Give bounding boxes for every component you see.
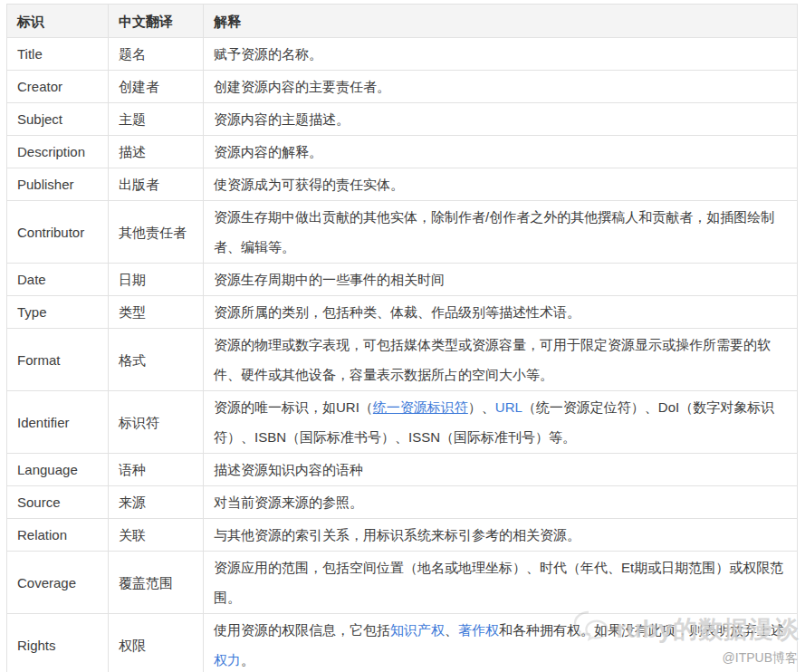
cell-identifier: Type [7,296,109,329]
explanation-text: 与其他资源的索引关系，用标识系统来标引参考的相关资源。 [214,527,580,542]
cell-translation: 日期 [109,264,204,296]
cell-explanation: 资源生存周期中的一些事件的相关时间 [204,264,798,296]
cell-explanation: 资源的物理或数字表现，可包括媒体类型或资源容量，可用于限定资源显示或操作所需要的… [204,329,798,391]
cell-explanation: 资源内容的解释。 [204,136,798,168]
metadata-table-container: 标识 中文翻译 解释 Title题名赋予资源的名称。Creator创建者创建资源… [6,4,798,672]
table-row: Contributor其他责任者资源生存期中做出贡献的其他实体，除制作者/创作者… [7,201,798,264]
explanation-text: 资源的物理或数字表现，可包括媒体类型或资源容量，可用于限定资源显示或操作所需要的… [214,337,771,382]
explanation-text: 、 [445,622,458,638]
table-row: Source来源对当前资源来源的参照。 [7,486,798,519]
cell-translation: 描述 [109,136,204,168]
explanation-text: 资源生存周期中的一些事件的相关时间 [214,272,445,287]
explanation-text: 创建资源内容的主要责任者。 [214,79,390,94]
cell-identifier: Date [7,264,109,296]
explanation-text: 资源所属的类别，包括种类、体裁、作品级别等描述性术语。 [214,304,580,320]
table-row: Date日期资源生存周期中的一些事件的相关时间 [7,264,798,296]
inline-link[interactable]: URL [495,399,522,415]
explanation-text: 资源内容的主题描述。 [214,111,350,127]
cell-identifier: Contributor [7,201,109,264]
header-explanation: 解释 [204,5,798,38]
cell-identifier: Title [7,38,109,71]
cell-explanation: 描述资源知识内容的语种 [204,454,798,486]
cell-identifier: Source [7,486,109,519]
cell-explanation: 资源内容的主题描述。 [204,103,798,136]
cell-translation: 类型 [109,296,204,329]
explanation-text: 。 [241,652,254,667]
cell-translation: 出版者 [109,168,204,201]
cell-translation: 标识符 [109,391,204,454]
cell-translation: 格式 [109,329,204,391]
cell-translation: 覆盖范围 [109,552,204,614]
inline-link[interactable]: 知识产权 [390,622,445,638]
header-identifier: 标识 [7,5,109,38]
cell-translation: 主题 [109,103,204,136]
cell-translation: 其他责任者 [109,201,204,264]
explanation-text: ）、 [468,399,495,415]
explanation-text: 赋予资源的名称。 [214,46,322,62]
inline-link[interactable]: 权力 [214,652,241,667]
explanation-text: 资源生存期中做出贡献的其他实体，除制作者/创作者之外的其他撰稿人和贡献者，如插图… [214,209,774,254]
table-row: Subject主题资源内容的主题描述。 [7,103,798,136]
explanation-text: 使用资源的权限信息，它包括 [214,622,390,638]
cell-identifier: Relation [7,519,109,552]
cell-identifier: Creator [7,71,109,103]
table-header-row: 标识 中文翻译 解释 [7,5,798,38]
table-row: Relation关联与其他资源的索引关系，用标识系统来标引参考的相关资源。 [7,519,798,552]
cell-translation: 关联 [109,519,204,552]
cell-identifier: Description [7,136,109,168]
table-row: Format格式资源的物理或数字表现，可包括媒体类型或资源容量，可用于限定资源显… [7,329,798,391]
table-row: Rights权限使用资源的权限信息，它包括知识产权、著作权和各种拥有权。如果没有… [7,614,798,672]
header-translation: 中文翻译 [109,5,204,38]
explanation-text: 对当前资源来源的参照。 [214,494,363,510]
table-row: Description描述资源内容的解释。 [7,136,798,168]
cell-explanation: 创建资源内容的主要责任者。 [204,71,798,103]
cell-identifier: Coverage [7,552,109,614]
table-row: Type类型资源所属的类别，包括种类、体裁、作品级别等描述性术语。 [7,296,798,329]
explanation-text: 资源的唯一标识，如URI（ [214,399,373,415]
cell-explanation: 使资源成为可获得的责任实体。 [204,168,798,201]
cell-translation: 权限 [109,614,204,672]
cell-identifier: Publisher [7,168,109,201]
cell-explanation: 资源生存期中做出贡献的其他实体，除制作者/创作者之外的其他撰稿人和贡献者，如插图… [204,201,798,264]
cell-identifier: Language [7,454,109,486]
explanation-text: 使资源成为可获得的责任实体。 [214,177,404,192]
table-row: Coverage覆盖范围资源应用的范围，包括空间位置（地名或地理坐标）、时代（年… [7,552,798,614]
table-row: Publisher出版者使资源成为可获得的责任实体。 [7,168,798,201]
metadata-table: 标识 中文翻译 解释 Title题名赋予资源的名称。Creator创建者创建资源… [6,4,798,672]
cell-identifier: Subject [7,103,109,136]
cell-translation: 来源 [109,486,204,519]
cell-explanation: 对当前资源来源的参照。 [204,486,798,519]
inline-link[interactable]: 统一资源标识符 [373,399,468,415]
table-row: Title题名赋予资源的名称。 [7,38,798,71]
explanation-text: 描述资源知识内容的语种 [214,462,363,477]
cell-identifier: Identifier [7,391,109,454]
inline-link[interactable]: 著作权 [458,622,499,638]
cell-explanation: 使用资源的权限信息，它包括知识产权、著作权和各种拥有权。如果没有此项，则表明放弃… [204,614,798,672]
cell-translation: 题名 [109,38,204,71]
explanation-text: 资源内容的解释。 [214,144,322,159]
explanation-text: 和各种拥有权。如果没有此项，则表明放弃上述 [499,622,784,638]
cell-identifier: Rights [7,614,109,672]
table-row: Creator创建者创建资源内容的主要责任者。 [7,71,798,103]
table-row: Identifier标识符资源的唯一标识，如URI（统一资源标识符）、URL（统… [7,391,798,454]
cell-explanation: 赋予资源的名称。 [204,38,798,71]
cell-translation: 创建者 [109,71,204,103]
cell-translation: 语种 [109,454,204,486]
cell-identifier: Format [7,329,109,391]
table-row: Language语种描述资源知识内容的语种 [7,454,798,486]
explanation-text: 资源应用的范围，包括空间位置（地名或地理坐标）、时代（年代、Et期或日期范围）或… [214,560,783,605]
cell-explanation: 资源所属的类别，包括种类、体裁、作品级别等描述性术语。 [204,296,798,329]
cell-explanation: 资源应用的范围，包括空间位置（地名或地理坐标）、时代（年代、Et期或日期范围）或… [204,552,798,614]
cell-explanation: 与其他资源的索引关系，用标识系统来标引参考的相关资源。 [204,519,798,552]
cell-explanation: 资源的唯一标识，如URI（统一资源标识符）、URL（统一资源定位符）、DoI（数… [204,391,798,454]
